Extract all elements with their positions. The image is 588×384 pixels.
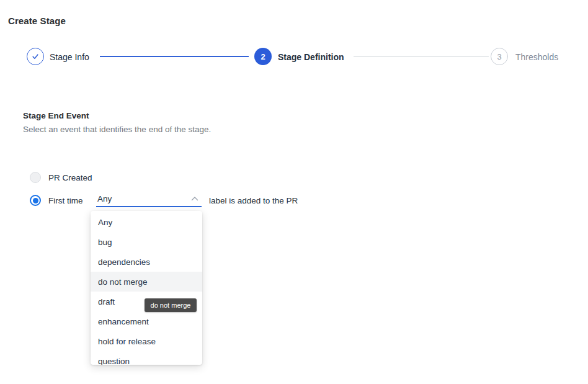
label-select-dropdown: Any bug dependencies do not merge draft …	[91, 211, 202, 365]
stepper-step-3-circle[interactable]: 3	[491, 48, 508, 65]
section-heading: Stage End Event	[23, 111, 89, 120]
dropdown-option-any[interactable]: Any	[91, 212, 202, 232]
radio-row-first-time[interactable]: First time	[30, 194, 83, 207]
dropdown-option-question[interactable]: question	[91, 351, 202, 365]
dropdown-option-do-not-merge[interactable]: do not merge	[91, 272, 202, 292]
stepper-connector-1	[100, 56, 249, 57]
stepper-step-2-label[interactable]: Stage Definition	[278, 52, 344, 62]
dropdown-option-enhancement[interactable]: enhancement	[91, 311, 202, 331]
radio-first-time-label[interactable]: First time	[48, 196, 83, 205]
dropdown-option-bug[interactable]: bug	[91, 232, 202, 252]
stepper-step-3-number: 3	[497, 52, 501, 61]
tooltip: do not merge	[145, 298, 197, 312]
stepper-step-2-circle[interactable]: 2	[254, 48, 272, 65]
check-icon	[30, 51, 40, 61]
stepper-connector-2	[354, 56, 489, 57]
section-description: Select an event that identifies the end …	[23, 125, 211, 134]
stepper-step-1-circle[interactable]	[27, 48, 44, 65]
stepper-step-3-label[interactable]: Thresholds	[515, 52, 558, 62]
select-suffix-text: label is added to the PR	[209, 196, 298, 205]
radio-pr-created-label[interactable]: PR Created	[48, 173, 92, 182]
radio-pr-created[interactable]	[30, 172, 41, 183]
create-stage-dialog: Create Stage Stage Info 2 Stage Definiti…	[0, 0, 588, 384]
label-select-value: Any	[96, 194, 112, 203]
dropdown-option-hold-for-release[interactable]: hold for release	[91, 331, 202, 351]
dropdown-option-dependencies[interactable]: dependencies	[91, 252, 202, 272]
stepper-step-1-label[interactable]: Stage Info	[50, 52, 89, 62]
page-title: Create Stage	[8, 16, 66, 26]
label-select-control[interactable]: Any	[96, 191, 202, 207]
radio-row-pr-created[interactable]: PR Created	[30, 171, 92, 184]
radio-dot	[33, 198, 38, 203]
stepper-step-2-number: 2	[261, 52, 265, 61]
radio-first-time[interactable]	[30, 195, 41, 206]
chevron-up-icon	[190, 195, 199, 202]
